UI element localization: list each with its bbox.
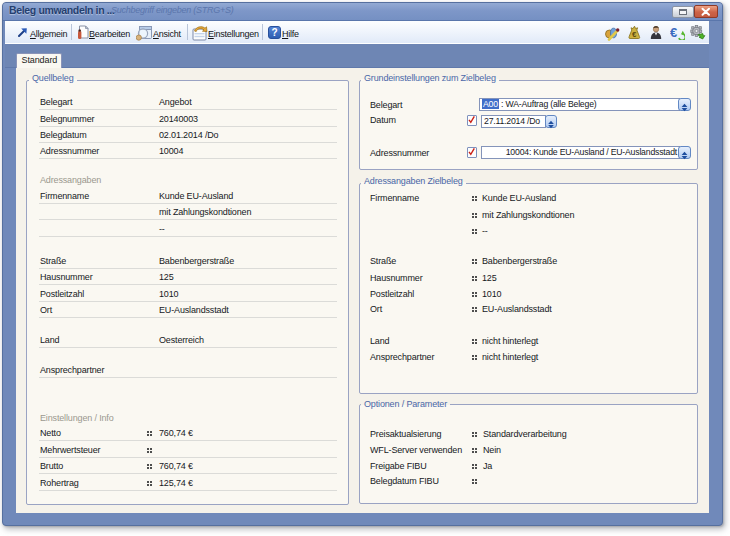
svg-text:?: ? [271,27,277,38]
svg-text:€: € [670,25,677,40]
svg-text:€: € [632,30,637,39]
